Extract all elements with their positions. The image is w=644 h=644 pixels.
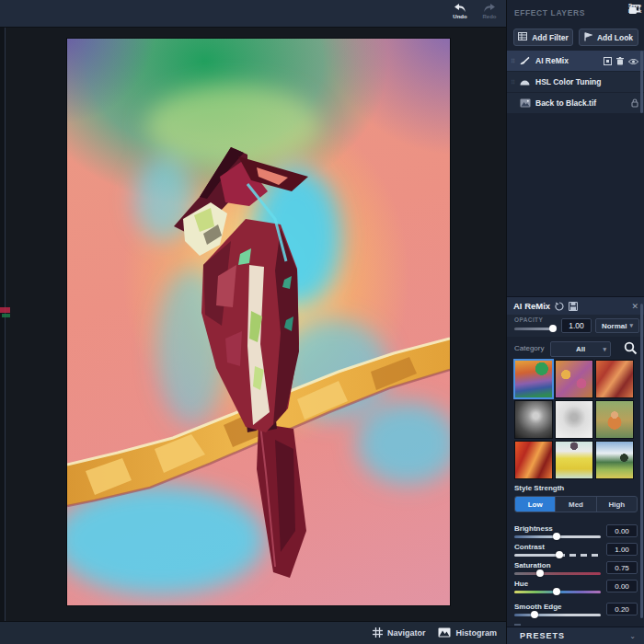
preset-thumbnail[interactable] — [555, 360, 593, 398]
save-look-button[interactable]: Save Look — [628, 2, 640, 18]
opacity-label: OPACITY — [514, 316, 543, 323]
trash-icon[interactable] — [616, 52, 624, 69]
saturation-slider[interactable] — [514, 572, 601, 575]
drag-handle-icon[interactable]: ⠿ — [511, 58, 518, 64]
layer-list: ⠿ AI ReMix ⠿ — [507, 51, 644, 114]
panel-header: EFFECT LAYERS Save Look — [507, 0, 644, 26]
smooth-edge-value-field[interactable]: 0.20 — [606, 603, 638, 615]
layer-label: Back to Black.tif — [535, 98, 631, 108]
panel-scrollbar[interactable] — [640, 0, 643, 644]
scrollbar-thumb[interactable] — [640, 304, 643, 618]
contrast-slider-row: Contrast 1.00 — [514, 543, 638, 561]
scrollbar-thumb[interactable] — [640, 51, 643, 113]
preset-thumbnail-grid — [514, 360, 638, 479]
add-filter-label: Add Filter — [532, 33, 569, 42]
preset-thumbnail[interactable] — [595, 441, 634, 479]
preset-thumbnail[interactable] — [595, 400, 634, 439]
preset-thumbnail[interactable] — [514, 360, 553, 398]
opacity-slider[interactable] — [514, 328, 555, 330]
chevron-down-icon: ⌄ — [629, 632, 636, 640]
panel-title: EFFECT LAYERS — [514, 8, 585, 17]
navigator-label: Navigator — [387, 628, 426, 638]
filter-title: AI ReMix — [513, 301, 550, 311]
saturation-value-field[interactable]: 0.75 — [606, 561, 638, 574]
mask-icon[interactable] — [604, 52, 612, 69]
add-look-button[interactable]: Add Look — [579, 29, 638, 46]
style-strength-label: Style Strength — [514, 484, 638, 492]
category-row: Category All ▾ — [507, 339, 644, 359]
redo-button[interactable]: Redo — [478, 3, 500, 19]
blend-mode-value: Normal — [602, 322, 627, 330]
drag-handle-icon[interactable]: ⠿ — [511, 79, 518, 86]
undo-label: Undo — [453, 14, 466, 19]
style-option-low[interactable]: Low — [515, 497, 556, 512]
redo-label: Redo — [483, 14, 497, 19]
search-icon[interactable] — [624, 341, 638, 359]
saturation-slider-row: Saturation 0.75 — [514, 561, 638, 580]
preset-thumbnail[interactable] — [514, 400, 553, 439]
saturation-label: Saturation — [514, 561, 551, 569]
navigator-button[interactable]: Navigator — [373, 625, 426, 641]
close-icon[interactable]: ✕ — [631, 302, 638, 311]
chevron-down-icon: ▾ — [630, 322, 634, 329]
histogram-icon — [438, 625, 451, 641]
brightness-slider[interactable] — [514, 535, 601, 538]
photo-preview[interactable] — [67, 39, 450, 605]
preset-thumbnail[interactable] — [555, 400, 593, 439]
lock-icon — [631, 95, 638, 111]
smooth-edge-label: Smooth Edge — [514, 603, 562, 611]
hue-slider-handle[interactable] — [553, 588, 560, 595]
presets-label: PRESETS — [520, 631, 565, 640]
hue-slider-row: Hue 0.00 — [514, 580, 638, 598]
layer-row-hsl[interactable]: ⠿ HSL Color Tuning — [507, 72, 644, 92]
add-filter-button[interactable]: Add Filter — [513, 29, 573, 46]
contrast-label: Contrast — [514, 543, 545, 551]
brightness-label: Brightness — [514, 524, 553, 533]
histogram-button[interactable]: Histogram — [438, 625, 497, 641]
layer-row-background-image[interactable]: ⠿ Back to Black.tif — [507, 93, 644, 113]
save-preset-icon[interactable] — [569, 298, 578, 315]
opacity-slider-handle[interactable] — [549, 325, 557, 332]
brightness-value-field[interactable]: 0.00 — [606, 524, 638, 537]
category-dropdown[interactable]: All ▾ — [550, 341, 611, 357]
chevron-down-icon: ▾ — [603, 346, 606, 353]
category-value: All — [576, 345, 585, 353]
preset-thumbnail[interactable] — [595, 360, 634, 398]
add-filter-icon — [518, 32, 527, 42]
blend-mode-dropdown[interactable]: Normal ▾ — [595, 318, 639, 333]
layer-row-ai-remix[interactable]: ⠿ AI ReMix — [507, 51, 644, 71]
contrast-value-field[interactable]: 1.00 — [606, 543, 638, 556]
style-option-high[interactable]: High — [597, 497, 637, 512]
smooth-edge-slider-handle[interactable] — [531, 611, 538, 618]
brightness-slider-handle[interactable] — [553, 533, 560, 540]
visibility-eye-icon[interactable] — [628, 52, 638, 69]
style-strength-segmented-control: Low Med High — [514, 496, 638, 512]
smooth-edge-slider[interactable] — [514, 614, 601, 616]
presets-section-header[interactable]: PRESETS ⌄ — [507, 627, 644, 644]
hue-value-field[interactable]: 0.00 — [606, 580, 638, 592]
smooth-edge-slider-row: Smooth Edge 0.20 — [514, 603, 638, 621]
reset-icon[interactable] — [555, 298, 564, 315]
hue-slider[interactable] — [514, 591, 601, 593]
adjustment-sliders: Brightness 0.00 Contrast 1.00 Saturation… — [514, 524, 638, 598]
image-canvas — [0, 28, 506, 621]
saturation-slider-handle[interactable] — [536, 569, 544, 577]
navigator-grid-icon — [373, 625, 383, 641]
preset-thumbnail[interactable] — [514, 441, 553, 479]
preset-thumbnail[interactable] — [555, 441, 593, 479]
category-label: Category — [514, 344, 544, 352]
bottom-toolbar: Navigator Histogram — [0, 621, 506, 644]
app-window: Undo Redo — [0, 0, 644, 644]
undo-icon — [454, 3, 466, 13]
left-edge-strip — [0, 28, 6, 621]
brush-icon — [518, 56, 532, 65]
opacity-value-field[interactable]: 1.00 — [561, 318, 592, 333]
bird-artwork — [67, 39, 450, 605]
style-option-med[interactable]: Med — [556, 497, 596, 512]
add-look-icon — [584, 32, 592, 43]
undo-button[interactable]: Undo — [449, 3, 471, 19]
contrast-slider-handle[interactable] — [556, 551, 563, 558]
layer-label: AI ReMix — [535, 56, 604, 65]
contrast-slider[interactable] — [514, 554, 601, 557]
photo-thumbnail-icon — [518, 98, 532, 108]
